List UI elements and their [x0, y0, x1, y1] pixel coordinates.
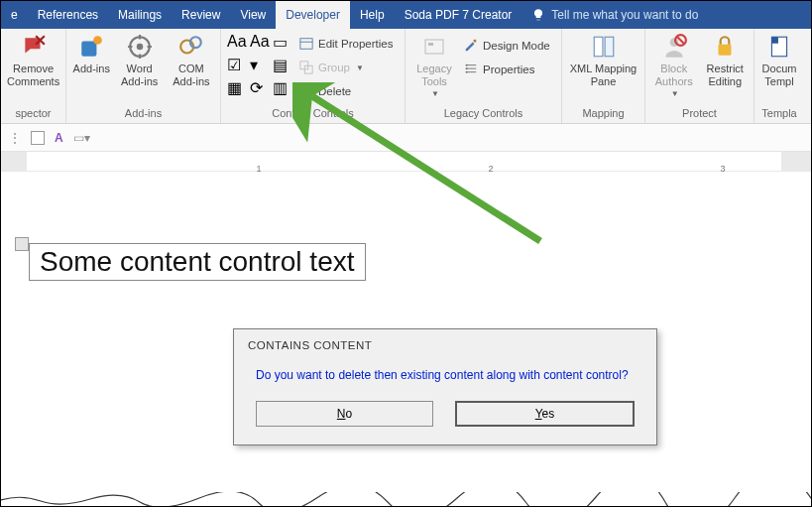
subbar-box-icon[interactable]	[31, 131, 45, 145]
svg-rect-22	[771, 37, 778, 44]
dialog-message: Do you want to delete then existing cont…	[234, 353, 656, 391]
subbar-a[interactable]: A	[55, 131, 63, 145]
torn-edge	[1, 492, 812, 506]
group-label-legacy: Legacy Controls	[411, 105, 555, 123]
chevron-down-icon: ▼	[356, 63, 364, 72]
svg-rect-10	[425, 40, 443, 54]
cc-dropdown-icon[interactable]: ▤	[273, 56, 292, 75]
tab-review[interactable]: Review	[172, 1, 230, 29]
com-addins-button[interactable]: COM Add-ins	[169, 33, 214, 87]
svg-point-15	[466, 71, 468, 73]
group-label-spector: spector	[7, 105, 59, 123]
block-authors-button: Block Authors ▼	[651, 33, 697, 98]
remove-comments-label: Remove Comments	[7, 63, 59, 87]
document-template-icon	[765, 33, 793, 61]
addins-button[interactable]: Add-ins	[72, 33, 111, 75]
legacy-tools-button[interactable]: Legacy Tools ▼	[411, 33, 457, 98]
confirm-dialog: CONTAINS CONTENT Do you want to delete t…	[233, 328, 657, 445]
word-addins-label: Word Add-ins	[117, 63, 163, 87]
svg-rect-16	[594, 37, 603, 57]
chevron-down-icon: ▼	[431, 89, 439, 98]
tab-partial[interactable]: e	[1, 1, 28, 29]
properties-button[interactable]: Properties	[463, 59, 550, 80]
xml-mapping-button[interactable]: XML Mapping Pane	[568, 33, 638, 87]
delete-label: Delete	[318, 85, 351, 97]
tell-me[interactable]: Tell me what you want to do	[522, 1, 708, 29]
document-template-label: Docum Templ	[760, 63, 798, 87]
svg-point-1	[93, 36, 102, 45]
sub-toolbar: ⋮ A ▭▾	[1, 124, 811, 152]
svg-rect-0	[82, 42, 97, 57]
cc-legacy-icon[interactable]: ▥	[273, 78, 292, 98]
restrict-editing-label: Restrict Editing	[703, 63, 749, 87]
document-template-button[interactable]: Docum Templ	[760, 33, 798, 87]
tab-mailings[interactable]: Mailings	[108, 1, 172, 29]
cc-richtext-icon[interactable]: Aa	[227, 33, 247, 53]
subbar-dropdown-icon[interactable]: ▭▾	[73, 131, 90, 145]
group-label-protect: Protect	[651, 105, 748, 123]
dialog-no-button[interactable]: No	[256, 401, 433, 427]
dialog-title: CONTAINS CONTENT	[234, 329, 656, 353]
chevron-down-icon: ▼	[671, 89, 679, 98]
word-addins-icon	[126, 33, 154, 61]
cc-checkbox-icon[interactable]: ☑	[227, 56, 247, 75]
xml-mapping-icon	[590, 33, 618, 61]
word-addins-button[interactable]: Word Add-ins	[117, 33, 163, 87]
remove-comments-icon	[20, 33, 48, 61]
app-window: e References Mailings Review View Develo…	[0, 0, 812, 507]
properties-label: Properties	[483, 63, 534, 75]
lightbulb-icon	[531, 8, 545, 22]
dialog-yes-button[interactable]: Yes	[455, 401, 635, 427]
cc-combobox-icon[interactable]: ▾	[250, 56, 270, 75]
svg-rect-11	[428, 43, 433, 46]
tab-references[interactable]: References	[28, 1, 108, 29]
remove-comments-button[interactable]: Remove Comments	[7, 33, 59, 87]
edit-properties-button[interactable]: Edit Properties	[298, 33, 393, 55]
addins-icon	[77, 33, 105, 61]
subbar-item[interactable]: ⋮	[9, 131, 21, 145]
ribbon-tabstrip: e References Mailings Review View Develo…	[1, 1, 811, 29]
design-mode-icon	[463, 38, 479, 54]
tab-view[interactable]: View	[230, 1, 276, 29]
group-button[interactable]: Group ▼	[298, 57, 393, 78]
svg-rect-6	[300, 39, 312, 50]
design-mode-button[interactable]: Design Mode	[463, 35, 550, 57]
group-label-template: Templa	[760, 105, 798, 123]
properties-list-icon	[463, 62, 479, 77]
document-area[interactable]: Some content control text CONTAINS CONTE…	[1, 172, 811, 507]
block-authors-icon	[660, 33, 688, 61]
edit-properties-label: Edit Properties	[318, 38, 393, 50]
com-addins-label: COM Add-ins	[169, 63, 214, 87]
content-control[interactable]: Some content control text	[29, 243, 366, 281]
group-label: Group	[318, 62, 350, 73]
cc-repeat-icon[interactable]: ⟳	[250, 78, 270, 98]
group-label-addins: Add-ins	[72, 105, 214, 123]
restrict-editing-icon	[711, 33, 739, 61]
xml-mapping-label: XML Mapping Pane	[568, 63, 638, 87]
com-addins-icon	[177, 33, 205, 61]
properties-icon	[298, 36, 314, 52]
content-control-text: Some content control text	[40, 246, 355, 277]
block-authors-label: Block Authors	[651, 63, 697, 87]
tab-help[interactable]: Help	[350, 1, 395, 29]
tab-soda-pdf[interactable]: Soda PDF 7 Creator	[395, 1, 522, 29]
tab-developer[interactable]: Developer	[276, 1, 350, 29]
content-control-gallery[interactable]: Aa Aa ▭ ☑ ▾ ▤ ▦ ⟳ ▥	[227, 33, 292, 98]
cc-date-icon[interactable]: ▦	[227, 78, 247, 98]
ribbon: Remove Comments spector Add-ins Word Add…	[1, 29, 811, 124]
svg-point-3	[136, 44, 143, 51]
group-label-content-controls: Content Controls	[227, 105, 399, 123]
group-icon	[298, 60, 314, 75]
svg-rect-12	[474, 40, 477, 43]
content-control-handle[interactable]	[15, 237, 29, 251]
legacy-tools-icon	[420, 33, 448, 61]
cc-plaintext-icon[interactable]: Aa	[250, 33, 270, 53]
cc-picture-icon[interactable]: ▭	[273, 33, 292, 53]
delete-button[interactable]: Delete	[298, 80, 393, 102]
svg-point-13	[466, 64, 468, 66]
restrict-editing-button[interactable]: Restrict Editing	[703, 33, 749, 87]
ruler[interactable]: 1 2 3	[1, 152, 811, 172]
tell-me-label: Tell me what you want to do	[551, 8, 698, 22]
svg-rect-20	[719, 45, 732, 56]
group-label-mapping: Mapping	[568, 105, 638, 123]
